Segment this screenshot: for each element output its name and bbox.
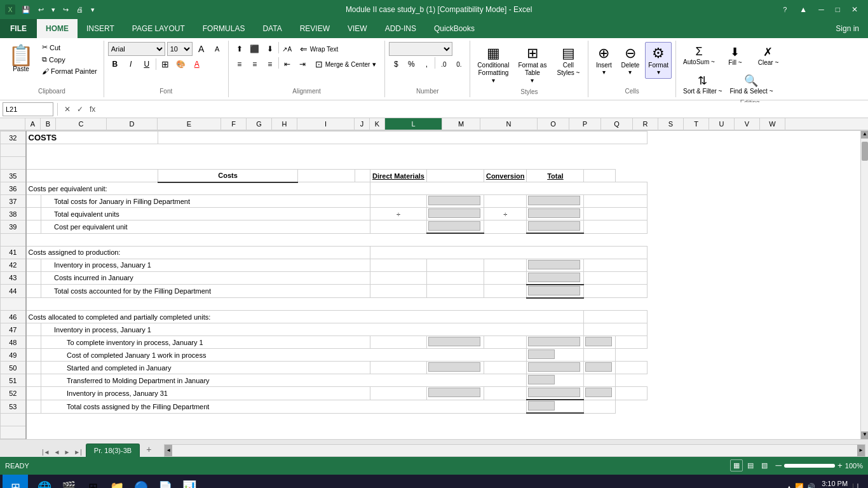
r50-m[interactable] — [484, 362, 527, 374]
empty-cell[interactable] — [26, 426, 648, 438]
redo-button[interactable]: ↪ — [60, 4, 71, 15]
r43-rest[interactable] — [584, 271, 648, 285]
zoom-in-button[interactable]: + — [837, 461, 843, 470]
formula-input[interactable] — [100, 102, 865, 116]
r39-a[interactable] — [26, 220, 41, 234]
empty-cell[interactable] — [26, 144, 648, 157]
r42-m[interactable] — [484, 259, 527, 271]
col-header-n[interactable]: N — [480, 118, 538, 130]
col-header-o[interactable]: O — [538, 118, 569, 130]
r52-k[interactable] — [370, 387, 427, 400]
r47-rest[interactable] — [584, 323, 648, 336]
r48-rest[interactable] — [616, 336, 648, 349]
r44-m[interactable] — [484, 285, 527, 298]
r43-total-input[interactable] — [527, 271, 584, 285]
r37-a[interactable] — [26, 195, 41, 208]
r53-rest[interactable] — [584, 400, 616, 413]
r49-rest[interactable] — [584, 349, 616, 362]
decrease-font-button[interactable]: A — [210, 42, 224, 56]
col-header-r[interactable]: R — [633, 118, 658, 130]
col-header-e[interactable]: E — [158, 118, 221, 130]
r51-a[interactable] — [26, 374, 41, 387]
r52-conv-input[interactable] — [527, 387, 584, 400]
customize-qa-button[interactable]: ▾ — [88, 4, 97, 15]
r50-a[interactable] — [26, 362, 41, 374]
r53-a[interactable] — [26, 400, 41, 413]
middle-align-button[interactable]: ⬛ — [248, 42, 262, 56]
r39-k[interactable] — [370, 220, 427, 234]
bottom-align-button[interactable]: ⬇ — [263, 42, 277, 56]
r50-k[interactable] — [370, 362, 427, 374]
col-header-q[interactable]: Q — [601, 118, 633, 130]
r51-total-input[interactable] — [527, 374, 584, 387]
decrease-indent-button[interactable]: ⇤ — [280, 57, 294, 71]
tab-formulas[interactable]: FORMULAS — [194, 19, 254, 38]
confirm-formula-button[interactable]: ✓ — [74, 104, 86, 115]
empty-cell[interactable] — [26, 413, 648, 426]
r39-m[interactable] — [484, 220, 527, 234]
horizontal-scrollbar[interactable]: ◄ ► — [164, 444, 865, 457]
tab-file[interactable]: FILE — [0, 19, 37, 38]
r39-dm-input[interactable] — [426, 220, 484, 234]
help-button[interactable]: ? — [780, 4, 789, 15]
underline-button[interactable]: U — [140, 57, 154, 71]
tab-page-layout[interactable]: PAGE LAYOUT — [123, 19, 194, 38]
r50-rest[interactable] — [616, 362, 648, 374]
r48-dm-input[interactable] — [426, 336, 484, 349]
tab-nav-prev[interactable]: ◄ — [53, 447, 62, 457]
r39-rest[interactable] — [584, 220, 648, 234]
col-header-i[interactable]: I — [297, 118, 355, 130]
r42-rest[interactable] — [584, 259, 648, 271]
zoom-slider[interactable] — [784, 464, 835, 468]
r35-m[interactable] — [426, 170, 484, 182]
col-header-a[interactable]: A — [25, 118, 41, 130]
empty-cell[interactable] — [26, 233, 648, 246]
r39-conv-input[interactable] — [527, 220, 584, 234]
r48-a[interactable] — [26, 336, 41, 349]
tab-view[interactable]: VIEW — [339, 19, 376, 38]
r48-total-input[interactable] — [584, 336, 616, 349]
top-align-button[interactable]: ⬆ — [233, 42, 247, 56]
col-header-c[interactable]: C — [56, 118, 107, 130]
vertical-scrollbar[interactable]: ▲ ▼ — [860, 131, 868, 439]
r49-a[interactable] — [26, 349, 41, 362]
find-select-button[interactable]: 🔍 Find & Select ~ — [726, 71, 776, 98]
merge-center-button[interactable]: ⊡ Merge & Center ▾ — [311, 57, 381, 71]
tab-nav-first[interactable]: |◄ — [41, 447, 51, 457]
r36-empty[interactable] — [370, 182, 648, 195]
grid-scroll-area[interactable]: 32 COSTS 35 Costs Direct Materials Conve… — [0, 131, 860, 439]
cell-empty[interactable] — [158, 132, 648, 144]
r42-k[interactable] — [370, 259, 427, 271]
ribbon-toggle-button[interactable]: ▲ — [794, 4, 812, 15]
r37-rest[interactable] — [584, 195, 648, 208]
r41-empty[interactable] — [370, 246, 648, 259]
col-header-p[interactable]: P — [569, 118, 601, 130]
orient-text-button[interactable]: ↗A — [280, 42, 294, 56]
r46-empty[interactable] — [584, 311, 648, 323]
r52-total-input[interactable] — [584, 387, 616, 400]
minimize-button[interactable]: ─ — [813, 4, 829, 15]
autosum-button[interactable]: Σ AutoSum ~ — [680, 42, 718, 69]
italic-button[interactable]: I — [124, 57, 138, 71]
r53-total-input[interactable] — [527, 400, 584, 413]
r44-l[interactable] — [426, 285, 484, 298]
col-header-t[interactable]: T — [684, 118, 709, 130]
taskbar-word[interactable]: 📄 — [154, 476, 177, 489]
scroll-up-button[interactable]: ▲ — [861, 131, 868, 139]
col-header-h[interactable]: H — [272, 118, 297, 130]
tab-review[interactable]: REVIEW — [291, 19, 339, 38]
decrease-decimal-button[interactable]: 0. — [452, 57, 466, 71]
r35-k[interactable] — [355, 170, 370, 182]
zoom-out-button[interactable]: ─ — [776, 461, 782, 470]
format-as-table-button[interactable]: ⊞ Format asTable ▾ — [515, 42, 550, 87]
col-header-v[interactable]: V — [735, 118, 760, 130]
increase-decimal-button[interactable]: .0 — [437, 57, 451, 71]
percent-button[interactable]: % — [404, 57, 418, 71]
cell-styles-button[interactable]: ▤ CellStyles ~ — [552, 42, 584, 80]
left-align-button[interactable]: ≡ — [233, 57, 247, 71]
insert-cells-button[interactable]: ⊕ Insert ▾ — [592, 42, 615, 79]
page-break-view-button[interactable]: ▧ — [758, 459, 771, 471]
increase-indent-button[interactable]: ⇥ — [295, 57, 309, 71]
taskbar-excel[interactable]: 📊 — [178, 476, 201, 489]
cut-button[interactable]: ✂ Cut — [39, 42, 100, 53]
